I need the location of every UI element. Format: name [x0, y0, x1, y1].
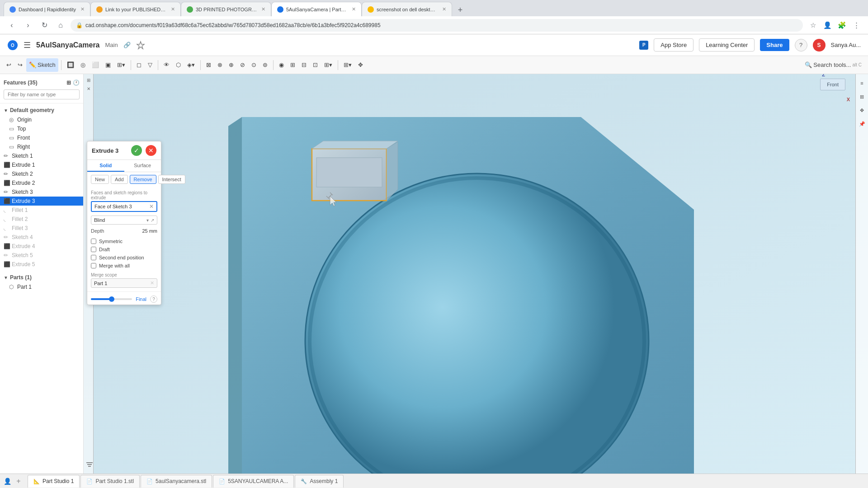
- sidebar-item-extrude5[interactable]: ⬛ Extrude 5: [0, 260, 83, 269]
- sidebar-item-part1[interactable]: ⬡ Part 1: [0, 282, 83, 291]
- sidebar-item-extrude2[interactable]: ⬛ Extrude 2: [0, 178, 83, 188]
- undo-button[interactable]: ↩: [4, 58, 14, 72]
- op-tab-add[interactable]: Add: [111, 175, 128, 184]
- tool-10[interactable]: ◈▾: [184, 58, 198, 72]
- viewport[interactable]: Z X Front ≡ ⊞ ✥ 📌 ⊞ ✕: [84, 74, 868, 474]
- extrude-cancel-button[interactable]: ✕: [146, 145, 156, 156]
- sidebar-item-fillet2[interactable]: ◟ Fillet 2: [0, 215, 83, 224]
- front-face-label[interactable]: Front: [820, 79, 845, 90]
- final-button[interactable]: Final: [136, 296, 146, 302]
- tool-5[interactable]: ⊞▾: [114, 58, 128, 72]
- tool-2[interactable]: ◎: [78, 58, 88, 72]
- tab-1-close[interactable]: ✕: [80, 6, 85, 12]
- bottom-tab-part-studio-1[interactable]: 📐 Part Studio 1: [28, 475, 80, 488]
- tab-4[interactable]: 5AulSanyaCamera | Part Studio 1 ✕: [271, 2, 362, 16]
- flip-icon[interactable]: ↗: [151, 218, 154, 223]
- extrude-tab-surface[interactable]: Surface: [124, 160, 161, 172]
- sidebar-item-extrude1[interactable]: ⬛ Extrude 1: [0, 160, 83, 169]
- tool-14[interactable]: ⊘: [237, 58, 248, 72]
- redo-button[interactable]: ↪: [15, 58, 25, 72]
- tool-23[interactable]: ✥: [355, 58, 366, 72]
- sidebar-item-origin[interactable]: ◎ Origin: [0, 115, 83, 124]
- add-tab-button[interactable]: +: [13, 476, 24, 487]
- profile-icon[interactable]: 👤: [821, 19, 834, 32]
- op-tab-new[interactable]: New: [91, 175, 109, 184]
- merge-with-all-checkbox[interactable]: [91, 263, 96, 268]
- people-icon[interactable]: 👤: [4, 478, 11, 485]
- slider-thumb[interactable]: [109, 296, 114, 302]
- draft-checkbox[interactable]: [91, 247, 96, 252]
- op-tab-intersect[interactable]: Intersect: [158, 175, 185, 184]
- link-icon[interactable]: 🔗: [123, 42, 131, 48]
- end-type-select[interactable]: Blind ▾ ↗: [91, 216, 157, 225]
- bottom-tab-stl-1[interactable]: 📄 Part Studio 1.stl: [80, 475, 140, 488]
- symmetric-checkbox[interactable]: [91, 239, 96, 244]
- filter-icon[interactable]: ⊞: [66, 80, 71, 86]
- sidebar-item-sketch2[interactable]: ✏ Sketch 2: [0, 169, 83, 178]
- tool-4[interactable]: ▣: [103, 58, 113, 72]
- sidebar-item-fillet3[interactable]: ◟ Fillet 3: [0, 224, 83, 233]
- bottom-tab-stl-2[interactable]: 📄 5aulSanyacamera.stl: [141, 475, 212, 488]
- view-cube[interactable]: Z X Front: [820, 79, 845, 90]
- bottom-tab-assembly-1[interactable]: 🔧 Assembly 1: [295, 475, 344, 488]
- left-icon-2[interactable]: ✕: [87, 86, 90, 91]
- tab-3[interactable]: 3D PRINTED PHOTOGRAPHER TH... ✕: [181, 2, 271, 16]
- merge-scope-input[interactable]: Part 1 ✕: [91, 278, 157, 288]
- second-end-position-checkbox[interactable]: [91, 255, 96, 260]
- tool-6[interactable]: ◻: [134, 58, 144, 72]
- tool-12[interactable]: ⊗: [215, 58, 225, 72]
- tool-17[interactable]: ◉: [276, 58, 287, 72]
- search-tools-button[interactable]: 🔍 Search tools... alt C: [802, 58, 864, 72]
- sidebar-item-sketch4[interactable]: ✏ Sketch 4: [0, 233, 83, 242]
- app-store-button[interactable]: App Store: [654, 38, 693, 52]
- tool-18[interactable]: ⊞: [288, 58, 298, 72]
- help-button[interactable]: ?: [795, 39, 807, 52]
- reload-button[interactable]: ↻: [38, 19, 51, 32]
- tool-15[interactable]: ⊙: [249, 58, 259, 72]
- browser-menu-icon[interactable]: ⋮: [850, 19, 863, 32]
- bookmark-star-icon[interactable]: [136, 41, 145, 50]
- back-button[interactable]: ‹: [5, 19, 18, 32]
- panel-icon-2[interactable]: ⊞: [857, 91, 868, 102]
- tab-4-close[interactable]: ✕: [352, 6, 356, 12]
- tab-5[interactable]: screenshot on dell desktop - Go... ✕: [362, 2, 452, 16]
- forward-button[interactable]: ›: [22, 19, 34, 32]
- merge-scope-clear[interactable]: ✕: [150, 280, 154, 286]
- extrude-slider[interactable]: [91, 298, 132, 300]
- tool-11[interactable]: ⊠: [203, 58, 214, 72]
- tab-1[interactable]: Dashboard | RapidIdentity ✕: [4, 2, 90, 16]
- tab-5-close[interactable]: ✕: [442, 6, 446, 12]
- face-clear-button[interactable]: ✕: [149, 203, 154, 210]
- sidebar-item-sketch1[interactable]: ✏ Sketch 1: [0, 151, 83, 160]
- tool-8[interactable]: 👁: [161, 58, 172, 72]
- hamburger-menu-icon[interactable]: ☰: [24, 40, 31, 50]
- bottom-tab-stl-3[interactable]: 📄 5SANYAULCAMERA A...: [213, 475, 294, 488]
- sidebar-item-sketch3[interactable]: ✏ Sketch 3: [0, 188, 83, 197]
- filter-icon-viewport[interactable]: [85, 460, 94, 470]
- extensions-icon[interactable]: 🧩: [835, 19, 848, 32]
- sidebar-section-parts[interactable]: ▼ Parts (1): [0, 272, 83, 282]
- tool-16[interactable]: ⊚: [260, 58, 270, 72]
- sidebar-item-front[interactable]: ▭ Front: [0, 133, 83, 142]
- user-avatar[interactable]: S: [813, 39, 826, 52]
- feature-filter-input[interactable]: [4, 89, 80, 99]
- learning-center-button[interactable]: Learning Center: [699, 38, 755, 52]
- home-button[interactable]: ⌂: [54, 19, 67, 32]
- sidebar-item-top[interactable]: ▭ Top: [0, 124, 83, 133]
- sidebar-item-extrude4[interactable]: ⬛ Extrude 4: [0, 242, 83, 251]
- sidebar-item-sketch5[interactable]: ✏ Sketch 5: [0, 251, 83, 260]
- tool-20[interactable]: ⊡: [310, 58, 321, 72]
- tab-3-close[interactable]: ✕: [261, 6, 265, 12]
- extrude-ok-button[interactable]: ✓: [131, 145, 142, 156]
- sketch-button[interactable]: ✏️ Sketch: [26, 58, 58, 72]
- tab-2-close[interactable]: ✕: [171, 6, 175, 12]
- tool-22[interactable]: ⊞▾: [341, 58, 354, 72]
- sidebar-section-default-geometry[interactable]: ▼ Default geometry: [0, 105, 83, 115]
- tool-13[interactable]: ⊕: [226, 58, 236, 72]
- tool-1[interactable]: 🔲: [64, 58, 77, 72]
- depth-value[interactable]: 25 mm: [142, 228, 157, 234]
- tool-19[interactable]: ⊟: [299, 58, 309, 72]
- panel-icon-3[interactable]: ✥: [857, 105, 868, 116]
- face-input[interactable]: Face of Sketch 3 ✕: [91, 201, 157, 212]
- panel-icon-4[interactable]: 📌: [857, 118, 868, 129]
